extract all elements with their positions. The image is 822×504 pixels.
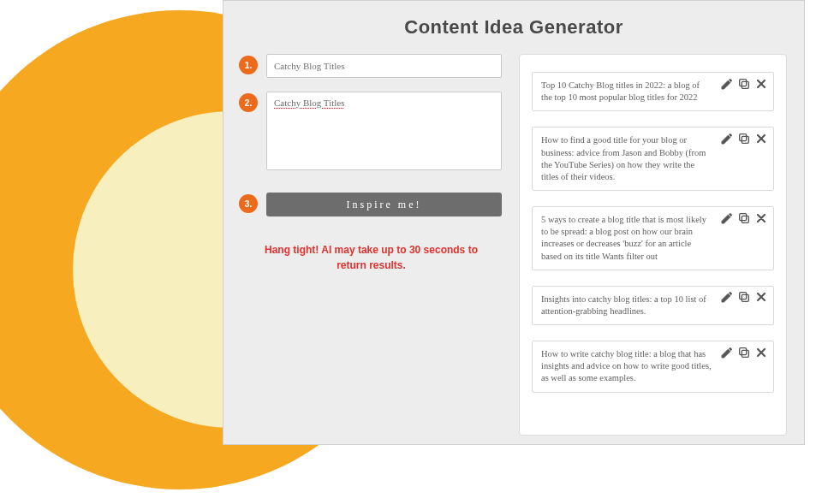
result-actions xyxy=(719,131,768,145)
result-actions xyxy=(719,290,768,305)
result-actions xyxy=(719,210,768,225)
copy-icon[interactable] xyxy=(736,210,751,225)
step-2: 2. Catchy Blog Titles xyxy=(241,92,502,170)
result-card: Top 10 Catchy Blog titles in 2022: a blo… xyxy=(532,72,774,111)
copy-icon[interactable] xyxy=(736,290,751,305)
page-title: Content Idea Generator xyxy=(241,16,787,39)
close-icon[interactable] xyxy=(754,131,768,145)
edit-icon[interactable] xyxy=(719,131,734,145)
step-badge-1: 1. xyxy=(239,56,258,74)
result-text: Top 10 Catchy Blog titles in 2022: a blo… xyxy=(541,80,712,104)
copy-icon[interactable] xyxy=(736,76,751,91)
results-panel: Top 10 Catchy Blog titles in 2022: a blo… xyxy=(519,54,787,436)
step-badge-2: 2. xyxy=(239,93,258,112)
result-text: How to find a good title for your blog o… xyxy=(541,134,712,183)
edit-icon[interactable] xyxy=(719,290,734,305)
close-icon[interactable] xyxy=(754,210,768,225)
step-badge-3: 3. xyxy=(239,194,258,213)
wait-message: Hang tight! AI may take up to 30 seconds… xyxy=(241,242,502,273)
topic-input[interactable] xyxy=(266,54,502,78)
result-actions xyxy=(719,76,768,91)
step-1: 1. xyxy=(241,54,502,78)
result-card: Insights into catchy blog titles: a top … xyxy=(532,286,774,325)
result-actions xyxy=(719,345,768,359)
edit-icon[interactable] xyxy=(719,345,734,359)
edit-icon[interactable] xyxy=(719,210,734,225)
app-card: Content Idea Generator 1. 2. Catchy Blog… xyxy=(223,0,805,445)
left-column: 1. 2. Catchy Blog Titles 3. Inspire me! … xyxy=(241,54,502,436)
close-icon[interactable] xyxy=(754,345,768,359)
inspire-button[interactable]: Inspire me! xyxy=(266,193,502,216)
result-text: 5 ways to create a blog title that is mo… xyxy=(541,214,712,263)
columns: 1. 2. Catchy Blog Titles 3. Inspire me! … xyxy=(241,54,787,436)
copy-icon[interactable] xyxy=(736,345,751,359)
edit-icon[interactable] xyxy=(719,76,734,91)
close-icon[interactable] xyxy=(754,290,768,305)
close-icon[interactable] xyxy=(754,76,768,91)
result-card: 5 ways to create a blog title that is mo… xyxy=(532,206,774,270)
result-card: How to find a good title for your blog o… xyxy=(532,127,774,191)
details-textarea[interactable]: Catchy Blog Titles xyxy=(266,92,502,170)
result-text: How to write catchy blog title: a blog t… xyxy=(541,348,712,385)
step-3: 3. Inspire me! xyxy=(241,193,502,216)
result-card: How to write catchy blog title: a blog t… xyxy=(532,341,774,393)
copy-icon[interactable] xyxy=(736,131,751,145)
result-text: Insights into catchy blog titles: a top … xyxy=(541,294,712,317)
